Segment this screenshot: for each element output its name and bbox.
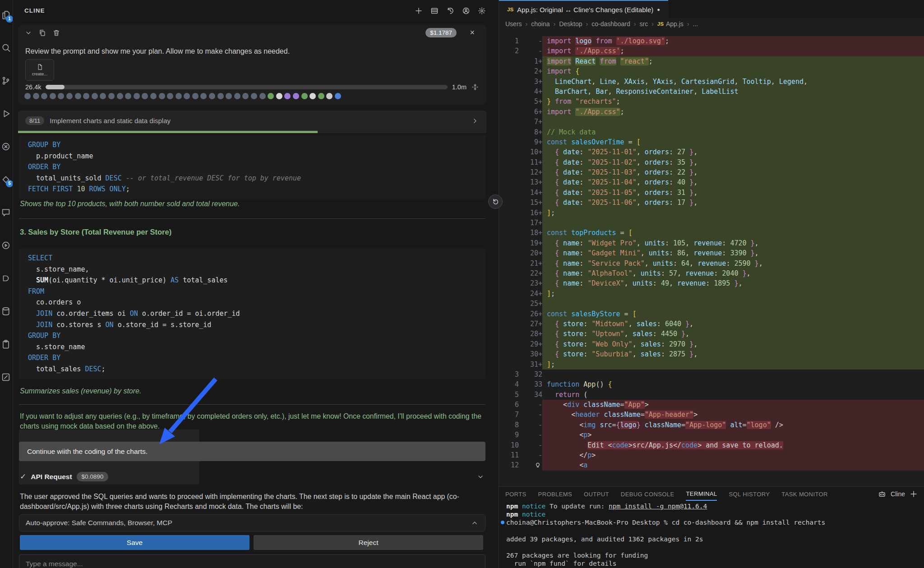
new-terminal-icon[interactable] (910, 490, 918, 498)
collapse-context-icon[interactable] (471, 83, 479, 91)
settings-icon[interactable] (478, 7, 486, 15)
timeline-dot[interactable] (176, 93, 182, 99)
timeline-dot[interactable] (335, 93, 341, 99)
auto-approve-bar[interactable]: Auto-approve: Safe Commands, Browser, MC… (19, 514, 485, 531)
terminal-profile-label[interactable]: Cline (891, 490, 905, 498)
timeline-dot[interactable] (50, 93, 56, 99)
api-request-row[interactable]: ✓ API Request $0.0890 (20, 472, 485, 481)
code-token: : (579, 178, 587, 186)
trash-icon[interactable] (52, 29, 60, 37)
panel-tab-output[interactable]: OUTPUT (584, 488, 609, 500)
code-token: < (547, 431, 583, 439)
lightbulb-icon[interactable] (534, 461, 541, 468)
message-input[interactable] (19, 554, 485, 568)
timeline-dot[interactable] (301, 93, 308, 99)
breadcrumb-item[interactable]: co-dashboard (591, 20, 630, 28)
timeline-dot[interactable] (83, 93, 89, 99)
activity-bar[interactable]: 15 (0, 0, 13, 568)
extensions-icon[interactable]: 5 (1, 175, 12, 185)
breadcrumb-item[interactable]: src (640, 20, 648, 28)
timeline-dot[interactable] (326, 93, 333, 99)
revert-button[interactable] (488, 194, 503, 209)
new-task-icon[interactable] (415, 7, 423, 15)
timeline-dot[interactable] (108, 93, 115, 99)
save-button[interactable]: Save (20, 535, 249, 550)
timeline-dot[interactable] (24, 93, 31, 99)
timeline-dot[interactable] (58, 93, 64, 99)
timeline-dot[interactable] (209, 93, 215, 99)
panel-terminal[interactable]: PORTSPROBLEMSOUTPUTDEBUG CONSOLETERMINAL… (499, 486, 924, 568)
chevron-down-icon[interactable] (476, 473, 485, 481)
code-token: , (734, 78, 742, 86)
timeline-dot[interactable] (117, 93, 123, 99)
mcp-icon[interactable] (1, 240, 12, 251)
quoted-reply[interactable]: Continue wiith the coding of the charts. (19, 442, 485, 461)
tab-appjs-diff[interactable]: JS App.js: Original ↔ Cline's Changes (E… (499, 0, 668, 18)
diff-line: 5+} from "recharts"; (499, 97, 924, 106)
database-icon[interactable] (1, 306, 12, 317)
diff-editor[interactable]: 1-import logo from './logo.svg';2-import… (499, 30, 924, 493)
timeline-dot[interactable] (310, 93, 316, 99)
clipboard-icon[interactable] (1, 339, 12, 350)
panel-tab-ports[interactable]: PORTS (505, 488, 527, 500)
timeline-dot[interactable] (134, 93, 140, 99)
panel-tab-problems[interactable]: PROBLEMS (538, 488, 572, 500)
task-timeline[interactable] (24, 93, 341, 99)
breadcrumb-item[interactable]: Desktop (559, 20, 582, 28)
timeline-dot[interactable] (318, 93, 324, 99)
remote-icon[interactable] (1, 142, 12, 152)
timeline-dot[interactable] (92, 93, 98, 99)
attachment-chip[interactable]: create... (25, 59, 54, 81)
docker-icon[interactable] (1, 273, 12, 284)
timeline-dot[interactable] (217, 93, 224, 99)
panel-tab-debug-console[interactable]: DEBUG CONSOLE (621, 488, 675, 500)
timeline-dot[interactable] (276, 93, 282, 99)
breadcrumb-item[interactable]: Users (505, 20, 522, 28)
source-control-icon[interactable] (1, 76, 12, 87)
close-icon[interactable]: × (470, 28, 475, 37)
panel-tab-task-monitor[interactable]: TASK MONITOR (781, 488, 828, 500)
panel-tab-terminal[interactable]: TERMINAL (686, 488, 717, 501)
files-icon[interactable]: 1 (1, 10, 12, 21)
edit-icon[interactable] (1, 372, 12, 383)
account-icon[interactable] (462, 7, 470, 15)
timeline-dot[interactable] (242, 93, 249, 99)
timeline-dot[interactable] (150, 93, 157, 99)
breadcrumb-item[interactable]: ... (693, 20, 698, 28)
chevron-right-icon[interactable] (471, 117, 479, 125)
breadcrumb-item[interactable]: JSApp.js (657, 20, 684, 28)
timeline-dot[interactable] (41, 93, 47, 99)
timeline-dot[interactable] (125, 93, 131, 99)
reject-button[interactable]: Reject (254, 535, 483, 550)
history-icon[interactable] (446, 7, 454, 15)
copy-icon[interactable] (38, 29, 46, 37)
timeline-dot[interactable] (259, 93, 266, 99)
timeline-dot[interactable] (75, 93, 81, 99)
timeline-dot[interactable] (100, 93, 106, 99)
timeline-dot[interactable] (159, 93, 165, 99)
layout-icon[interactable] (430, 7, 439, 15)
timeline-dot[interactable] (268, 93, 274, 99)
timeline-dot[interactable] (200, 93, 207, 99)
chevron-down-icon[interactable] (24, 29, 32, 37)
timeline-dot[interactable] (184, 93, 190, 99)
unsaved-dot-icon[interactable]: ● (657, 7, 660, 12)
panel-tab-sql-history[interactable]: SQL HISTORY (729, 488, 770, 500)
breadcrumb-item[interactable]: choina (531, 20, 550, 28)
timeline-dot[interactable] (234, 93, 240, 99)
focus-chain-bar[interactable]: 8/11 Implement charts and static data di… (18, 111, 486, 133)
timeline-dot[interactable] (226, 93, 232, 99)
timeline-dot[interactable] (33, 93, 39, 99)
timeline-dot[interactable] (284, 93, 291, 99)
search-icon[interactable] (1, 43, 12, 54)
timeline-dot[interactable] (192, 93, 199, 99)
breadcrumb[interactable]: Users›choina›Desktop›co-dashboard›src›JS… (499, 18, 924, 30)
chevron-up-icon[interactable] (471, 519, 479, 527)
timeline-dot[interactable] (167, 93, 173, 99)
timeline-dot[interactable] (66, 93, 73, 99)
chat-icon[interactable] (1, 208, 12, 218)
run-debug-icon[interactable] (1, 109, 12, 120)
timeline-dot[interactable] (293, 93, 299, 99)
timeline-dot[interactable] (251, 93, 257, 99)
timeline-dot[interactable] (142, 93, 148, 99)
